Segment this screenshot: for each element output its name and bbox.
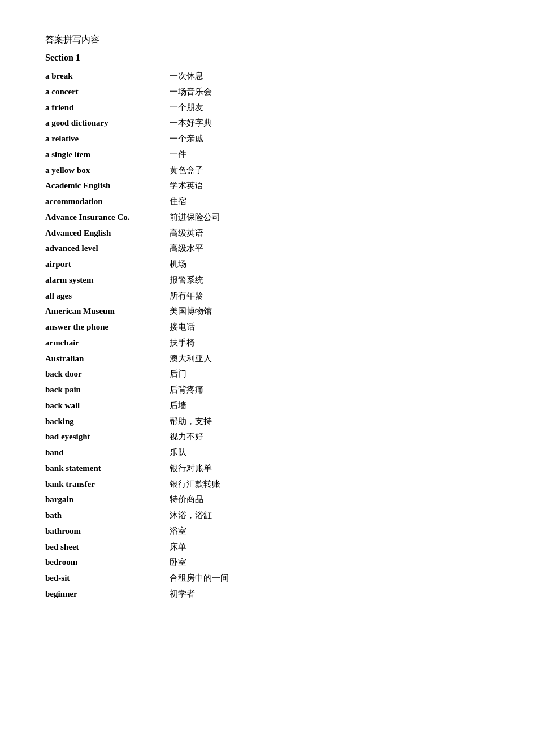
vocab-chinese: 初学者	[170, 586, 195, 602]
vocab-english: bathroom	[45, 524, 170, 539]
vocab-english: bank transfer	[45, 477, 170, 493]
vocab-chinese: 沐浴，浴缸	[170, 508, 212, 524]
list-item: bath沐浴，浴缸	[45, 508, 489, 524]
list-item: bathroom浴室	[45, 524, 489, 539]
list-item: American Museum美国博物馆	[45, 304, 489, 319]
vocab-english: a break	[45, 68, 170, 84]
vocab-chinese: 所有年龄	[170, 288, 203, 304]
vocab-chinese: 机场	[170, 257, 186, 273]
vocab-english: alarm system	[45, 273, 170, 288]
vocab-chinese: 高级英语	[170, 226, 203, 241]
list-item: a relative一个亲戚	[45, 131, 489, 147]
vocab-chinese: 住宿	[170, 194, 186, 210]
vocab-english: a yellow box	[45, 163, 170, 179]
vocab-chinese: 浴室	[170, 524, 186, 539]
vocab-english: American Museum	[45, 304, 170, 319]
vocab-chinese: 后墙	[170, 398, 186, 414]
list-item: Australian澳大利亚人	[45, 351, 489, 367]
list-item: back wall后墙	[45, 398, 489, 414]
vocab-english: beginner	[45, 586, 170, 602]
list-item: a concert一场音乐会	[45, 84, 489, 100]
list-item: beginner初学者	[45, 586, 489, 602]
vocab-english: Advanced English	[45, 226, 170, 241]
list-item: backing帮助，支持	[45, 414, 489, 430]
list-item: a good dictionary一本好字典	[45, 115, 489, 131]
vocab-chinese: 特价商品	[170, 492, 203, 508]
vocab-chinese: 一个亲戚	[170, 131, 203, 147]
vocab-chinese: 一个朋友	[170, 100, 203, 116]
vocab-chinese: 银行对账单	[170, 461, 212, 477]
vocab-english: bargain	[45, 492, 170, 508]
list-item: bank statement银行对账单	[45, 461, 489, 477]
list-item: a break一次休息	[45, 68, 489, 84]
page-title: 答案拼写内容	[45, 34, 489, 46]
vocab-english: bed-sit	[45, 571, 170, 586]
vocab-english: backing	[45, 414, 170, 430]
vocabulary-list: a break一次休息a concert一场音乐会a friend一个朋友a g…	[45, 68, 489, 602]
vocab-english: bedroom	[45, 555, 170, 571]
vocab-english: Academic English	[45, 178, 170, 194]
list-item: Advance Insurance Co.前进保险公司	[45, 210, 489, 226]
vocab-chinese: 后背疼痛	[170, 382, 203, 398]
vocab-english: Advance Insurance Co.	[45, 210, 170, 226]
list-item: back pain后背疼痛	[45, 382, 489, 398]
list-item: a yellow box黄色盒子	[45, 163, 489, 179]
list-item: bad eyesight视力不好	[45, 429, 489, 445]
vocab-english: a single item	[45, 147, 170, 163]
vocab-english: a concert	[45, 84, 170, 100]
vocab-chinese: 高级水平	[170, 241, 203, 257]
vocab-chinese: 学术英语	[170, 178, 203, 194]
list-item: alarm system报警系统	[45, 273, 489, 288]
list-item: bargain特价商品	[45, 492, 489, 508]
vocab-chinese: 澳大利亚人	[170, 351, 212, 367]
vocab-chinese: 一次休息	[170, 68, 203, 84]
vocab-chinese: 扶手椅	[170, 335, 195, 351]
vocab-chinese: 合租房中的一间	[170, 571, 229, 586]
vocab-chinese: 床单	[170, 539, 186, 555]
list-item: bed-sit合租房中的一间	[45, 571, 489, 586]
vocab-chinese: 接电话	[170, 319, 195, 335]
vocab-chinese: 卧室	[170, 555, 186, 571]
vocab-english: all ages	[45, 288, 170, 304]
list-item: Advanced English高级英语	[45, 226, 489, 241]
vocab-english: back pain	[45, 382, 170, 398]
list-item: bedroom卧室	[45, 555, 489, 571]
list-item: a single item一件	[45, 147, 489, 163]
list-item: accommodation住宿	[45, 194, 489, 210]
vocab-english: a relative	[45, 131, 170, 147]
list-item: airport机场	[45, 257, 489, 273]
vocab-english: a good dictionary	[45, 115, 170, 131]
list-item: answer the phone接电话	[45, 319, 489, 335]
vocab-english: accommodation	[45, 194, 170, 210]
vocab-chinese: 视力不好	[170, 429, 203, 445]
vocab-english: bad eyesight	[45, 429, 170, 445]
list-item: advanced level高级水平	[45, 241, 489, 257]
vocab-english: airport	[45, 257, 170, 273]
vocab-english: band	[45, 445, 170, 461]
vocab-english: bath	[45, 508, 170, 524]
vocab-english: back door	[45, 366, 170, 382]
vocab-english: Australian	[45, 351, 170, 367]
vocab-english: a friend	[45, 100, 170, 116]
list-item: back door后门	[45, 366, 489, 382]
list-item: armchair扶手椅	[45, 335, 489, 351]
vocab-chinese: 后门	[170, 366, 186, 382]
vocab-chinese: 美国博物馆	[170, 304, 212, 319]
vocab-chinese: 黄色盒子	[170, 163, 203, 179]
vocab-english: back wall	[45, 398, 170, 414]
section-heading: Section 1	[45, 53, 489, 63]
vocab-english: advanced level	[45, 241, 170, 257]
vocab-chinese: 银行汇款转账	[170, 477, 220, 493]
vocab-english: bed sheet	[45, 539, 170, 555]
vocab-chinese: 乐队	[170, 445, 186, 461]
vocab-english: answer the phone	[45, 319, 170, 335]
vocab-english: bank statement	[45, 461, 170, 477]
vocab-english: armchair	[45, 335, 170, 351]
list-item: a friend一个朋友	[45, 100, 489, 116]
list-item: Academic English学术英语	[45, 178, 489, 194]
list-item: all ages所有年龄	[45, 288, 489, 304]
vocab-chinese: 帮助，支持	[170, 414, 212, 430]
list-item: bed sheet床单	[45, 539, 489, 555]
vocab-chinese: 报警系统	[170, 273, 203, 288]
vocab-chinese: 一场音乐会	[170, 84, 212, 100]
